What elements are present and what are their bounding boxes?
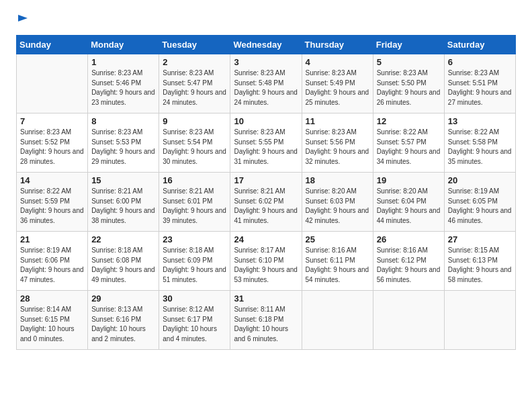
- day-number: 5: [377, 57, 441, 67]
- day-number: 26: [377, 234, 441, 244]
- calendar-cell: 16 Sunrise: 8:21 AMSunset: 6:01 PMDaylig…: [159, 173, 230, 232]
- day-info: Sunrise: 8:16 AMSunset: 6:12 PMDaylight:…: [377, 246, 441, 283]
- day-number: 19: [377, 175, 441, 185]
- calendar-cell: 7 Sunrise: 8:23 AMSunset: 5:52 PMDayligh…: [17, 113, 88, 173]
- day-info: Sunrise: 8:11 AMSunset: 6:18 PMDaylight:…: [234, 306, 288, 342]
- day-number: 16: [163, 175, 226, 185]
- day-number: 17: [234, 175, 298, 185]
- calendar-cell: [17, 54, 88, 113]
- day-number: 4: [306, 57, 369, 67]
- day-info: Sunrise: 8:23 AMSunset: 5:55 PMDaylight:…: [234, 128, 298, 165]
- day-info: Sunrise: 8:21 AMSunset: 6:00 PMDaylight:…: [91, 187, 155, 224]
- logo: [16, 13, 30, 26]
- day-number: 20: [448, 175, 512, 185]
- calendar-week-row: 1 Sunrise: 8:23 AMSunset: 5:46 PMDayligh…: [17, 54, 516, 113]
- day-number: 9: [163, 116, 226, 126]
- calendar-cell: 14 Sunrise: 8:22 AMSunset: 5:59 PMDaylig…: [17, 173, 88, 232]
- day-info: Sunrise: 8:23 AMSunset: 5:56 PMDaylight:…: [306, 128, 369, 165]
- day-info: Sunrise: 8:15 AMSunset: 6:13 PMDaylight:…: [448, 246, 512, 283]
- day-number: 21: [20, 234, 84, 244]
- day-number: 15: [91, 175, 155, 185]
- weekday-header-sunday: Sunday: [17, 36, 88, 54]
- calendar-cell: 26 Sunrise: 8:16 AMSunset: 6:12 PMDaylig…: [373, 232, 444, 291]
- day-info: Sunrise: 8:20 AMSunset: 6:03 PMDaylight:…: [306, 187, 369, 224]
- calendar-cell: 29 Sunrise: 8:13 AMSunset: 6:16 PMDaylig…: [88, 291, 159, 350]
- day-info: Sunrise: 8:23 AMSunset: 5:47 PMDaylight:…: [163, 69, 226, 106]
- calendar-cell: [444, 291, 515, 350]
- day-number: 12: [377, 116, 441, 126]
- day-info: Sunrise: 8:19 AMSunset: 6:06 PMDaylight:…: [20, 246, 84, 283]
- day-number: 31: [234, 293, 298, 304]
- weekday-header-monday: Monday: [88, 36, 159, 54]
- calendar-cell: 15 Sunrise: 8:21 AMSunset: 6:00 PMDaylig…: [88, 173, 159, 232]
- calendar-cell: 24 Sunrise: 8:17 AMSunset: 6:10 PMDaylig…: [230, 232, 302, 291]
- day-info: Sunrise: 8:22 AMSunset: 5:59 PMDaylight:…: [20, 187, 84, 224]
- calendar-cell: 20 Sunrise: 8:19 AMSunset: 6:05 PMDaylig…: [444, 173, 515, 232]
- day-info: Sunrise: 8:21 AMSunset: 6:02 PMDaylight:…: [234, 187, 298, 224]
- day-number: 14: [20, 175, 84, 185]
- calendar-cell: 31 Sunrise: 8:11 AMSunset: 6:18 PMDaylig…: [230, 291, 302, 350]
- day-info: Sunrise: 8:23 AMSunset: 5:54 PMDaylight:…: [163, 128, 226, 165]
- calendar-week-row: 7 Sunrise: 8:23 AMSunset: 5:52 PMDayligh…: [17, 113, 516, 173]
- day-info: Sunrise: 8:23 AMSunset: 5:49 PMDaylight:…: [306, 69, 369, 106]
- day-info: Sunrise: 8:22 AMSunset: 5:57 PMDaylight:…: [377, 128, 441, 165]
- day-info: Sunrise: 8:18 AMSunset: 6:09 PMDaylight:…: [163, 246, 226, 283]
- calendar-cell: 3 Sunrise: 8:23 AMSunset: 5:48 PMDayligh…: [230, 54, 302, 113]
- calendar-cell: 10 Sunrise: 8:23 AMSunset: 5:55 PMDaylig…: [230, 113, 302, 173]
- calendar-week-row: 28 Sunrise: 8:14 AMSunset: 6:15 PMDaylig…: [17, 291, 516, 350]
- weekday-header-row: SundayMondayTuesdayWednesdayThursdayFrid…: [17, 36, 516, 54]
- svg-marker-0: [18, 15, 28, 21]
- day-number: 29: [91, 293, 155, 304]
- weekday-header-saturday: Saturday: [444, 36, 515, 54]
- calendar-cell: 9 Sunrise: 8:23 AMSunset: 5:54 PMDayligh…: [159, 113, 230, 173]
- day-number: 25: [306, 234, 369, 244]
- day-info: Sunrise: 8:16 AMSunset: 6:11 PMDaylight:…: [306, 246, 369, 283]
- calendar-cell: 21 Sunrise: 8:19 AMSunset: 6:06 PMDaylig…: [17, 232, 88, 291]
- day-number: 28: [20, 293, 84, 304]
- calendar-cell: 12 Sunrise: 8:22 AMSunset: 5:57 PMDaylig…: [373, 113, 444, 173]
- day-number: 27: [448, 234, 512, 244]
- day-info: Sunrise: 8:21 AMSunset: 6:01 PMDaylight:…: [163, 187, 226, 224]
- calendar-cell: 6 Sunrise: 8:23 AMSunset: 5:51 PMDayligh…: [444, 54, 515, 113]
- logo-flag-icon: [17, 13, 29, 26]
- day-number: 6: [448, 57, 512, 67]
- day-info: Sunrise: 8:23 AMSunset: 5:51 PMDaylight:…: [448, 69, 512, 106]
- calendar-cell: 30 Sunrise: 8:12 AMSunset: 6:17 PMDaylig…: [159, 291, 230, 350]
- day-number: 22: [91, 234, 155, 244]
- calendar-cell: 5 Sunrise: 8:23 AMSunset: 5:50 PMDayligh…: [373, 54, 444, 113]
- day-number: 24: [234, 234, 298, 244]
- calendar-cell: 18 Sunrise: 8:20 AMSunset: 6:03 PMDaylig…: [302, 173, 373, 232]
- day-info: Sunrise: 8:23 AMSunset: 5:52 PMDaylight:…: [20, 128, 84, 165]
- calendar-cell: 17 Sunrise: 8:21 AMSunset: 6:02 PMDaylig…: [230, 173, 302, 232]
- weekday-header-tuesday: Tuesday: [159, 36, 230, 54]
- weekday-header-wednesday: Wednesday: [230, 36, 302, 54]
- calendar-cell: [373, 291, 444, 350]
- calendar-cell: 2 Sunrise: 8:23 AMSunset: 5:47 PMDayligh…: [159, 54, 230, 113]
- day-info: Sunrise: 8:18 AMSunset: 6:08 PMDaylight:…: [91, 246, 155, 283]
- calendar-cell: 25 Sunrise: 8:16 AMSunset: 6:11 PMDaylig…: [302, 232, 373, 291]
- day-number: 23: [163, 234, 226, 244]
- day-info: Sunrise: 8:23 AMSunset: 5:53 PMDaylight:…: [91, 128, 155, 165]
- calendar-cell: 11 Sunrise: 8:23 AMSunset: 5:56 PMDaylig…: [302, 113, 373, 173]
- day-info: Sunrise: 8:23 AMSunset: 5:48 PMDaylight:…: [234, 69, 298, 106]
- page: SundayMondayTuesdayWednesdayThursdayFrid…: [0, 0, 532, 411]
- calendar-cell: 8 Sunrise: 8:23 AMSunset: 5:53 PMDayligh…: [88, 113, 159, 173]
- day-info: Sunrise: 8:23 AMSunset: 5:46 PMDaylight:…: [91, 69, 155, 106]
- day-number: 8: [91, 116, 155, 126]
- calendar-cell: 22 Sunrise: 8:18 AMSunset: 6:08 PMDaylig…: [88, 232, 159, 291]
- day-number: 2: [163, 57, 226, 67]
- calendar-cell: 4 Sunrise: 8:23 AMSunset: 5:49 PMDayligh…: [302, 54, 373, 113]
- day-number: 1: [91, 57, 155, 67]
- calendar-cell: 27 Sunrise: 8:15 AMSunset: 6:13 PMDaylig…: [444, 232, 515, 291]
- day-info: Sunrise: 8:22 AMSunset: 5:58 PMDaylight:…: [448, 128, 512, 165]
- calendar-cell: 1 Sunrise: 8:23 AMSunset: 5:46 PMDayligh…: [88, 54, 159, 113]
- calendar-week-row: 14 Sunrise: 8:22 AMSunset: 5:59 PMDaylig…: [17, 173, 516, 232]
- day-number: 7: [20, 116, 84, 126]
- day-info: Sunrise: 8:13 AMSunset: 6:16 PMDaylight:…: [91, 306, 146, 342]
- day-number: 11: [306, 116, 369, 126]
- calendar-week-row: 21 Sunrise: 8:19 AMSunset: 6:06 PMDaylig…: [17, 232, 516, 291]
- day-info: Sunrise: 8:20 AMSunset: 6:04 PMDaylight:…: [377, 187, 441, 224]
- day-info: Sunrise: 8:14 AMSunset: 6:15 PMDaylight:…: [20, 306, 75, 342]
- header: [16, 13, 516, 26]
- day-info: Sunrise: 8:12 AMSunset: 6:17 PMDaylight:…: [163, 306, 217, 342]
